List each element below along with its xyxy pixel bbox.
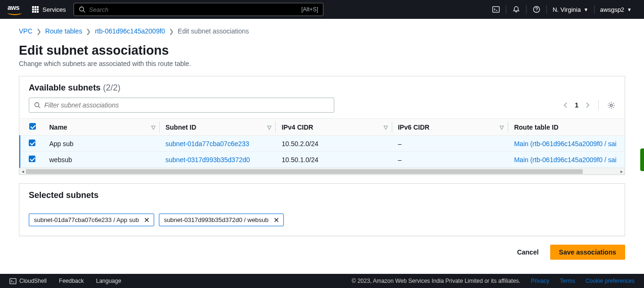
settings-gear-icon[interactable] <box>607 101 615 109</box>
help-icon[interactable] <box>528 2 545 17</box>
remove-chip-icon[interactable]: ✕ <box>273 216 280 223</box>
caret-down-icon: ▼ <box>584 7 588 12</box>
cell-name: websub <box>44 152 160 168</box>
search-shortcut: [Alt+S] <box>301 6 318 13</box>
col-subnet-id[interactable]: Subnet ID▽ <box>160 119 276 136</box>
scroll-right-arrow[interactable]: ▸ <box>618 168 625 175</box>
col-name[interactable]: Name▽ <box>44 119 160 136</box>
available-subnets-panel: Available subnets (2/2) 1 <box>19 76 625 175</box>
row-checkbox[interactable] <box>29 140 35 146</box>
svg-point-0 <box>80 7 84 11</box>
search-input[interactable] <box>89 6 301 13</box>
breadcrumb: VPC ❯ Route tables ❯ rtb-061d96c145a2009… <box>19 27 625 35</box>
chip-label: subnet-01da77cba07c6e233 / App sub <box>34 216 139 223</box>
selected-chip: subnet-01da77cba07c6e233 / App sub ✕ <box>29 214 154 226</box>
available-subnets-title: Available subnets (2/2) <box>29 83 120 93</box>
scrollbar-thumb[interactable] <box>26 169 583 174</box>
page-prev-button[interactable] <box>563 102 568 108</box>
col-ipv4[interactable]: IPv4 CIDR▽ <box>276 119 392 136</box>
privacy-link[interactable]: Privacy <box>531 278 549 284</box>
notifications-icon[interactable] <box>507 2 525 17</box>
col-route-table[interactable]: Route table ID <box>508 119 625 136</box>
sort-icon[interactable]: ▽ <box>500 124 504 130</box>
cell-route-table: Main (rtb-061d96c145a2009f0 / sai <box>508 152 625 168</box>
breadcrumb-current: Edit subnet associations <box>178 27 249 35</box>
cloudshell-header-icon[interactable] <box>487 2 505 17</box>
sort-icon[interactable]: ▽ <box>151 124 155 130</box>
horizontal-scrollbar[interactable]: ◂ ▸ <box>19 168 625 174</box>
language-link[interactable]: Language <box>96 278 121 284</box>
breadcrumb-route-tables[interactable]: Route tables <box>45 27 83 35</box>
cell-name: App sub <box>44 136 160 152</box>
remove-chip-icon[interactable]: ✕ <box>144 216 150 223</box>
filter-input-wrap[interactable] <box>29 98 334 113</box>
page-number: 1 <box>575 101 578 109</box>
copyright-text: © 2023, Amazon Web Services India Privat… <box>352 278 520 284</box>
cloudshell-link[interactable]: CloudShell <box>9 278 47 285</box>
breadcrumb-vpc[interactable]: VPC <box>19 27 33 35</box>
svg-point-4 <box>35 103 39 107</box>
table-row[interactable]: App sub subnet-01da77cba07c6e233 10.50.2… <box>20 136 625 152</box>
aws-logo[interactable]: aws <box>8 4 22 15</box>
select-all-checkbox[interactable] <box>29 123 36 130</box>
chevron-right-icon: ❯ <box>169 28 174 35</box>
cell-ipv6: – <box>392 136 508 152</box>
svg-rect-2 <box>493 7 499 12</box>
selected-subnets-title: Selected subnets <box>29 190 99 200</box>
breadcrumb-rt-id[interactable]: rtb-061d96c145a2009f0 <box>95 27 165 35</box>
global-header: aws Services [Alt+S] N. Virginia▼ awsgsp… <box>0 0 644 19</box>
page-title: Edit subnet associations <box>19 43 625 58</box>
svg-point-6 <box>610 104 612 107</box>
cell-route-table: Main (rtb-061d96c145a2009f0 / sai <box>508 136 625 152</box>
chevron-right-icon: ❯ <box>36 28 41 35</box>
cell-ipv4: 10.50.1.0/24 <box>276 152 392 168</box>
scroll-left-arrow[interactable]: ◂ <box>19 168 26 175</box>
available-subnets-count: (2/2) <box>103 83 120 92</box>
services-menu[interactable]: Services <box>32 6 66 13</box>
save-associations-button[interactable]: Save associations <box>550 245 625 260</box>
feedback-side-tab[interactable] <box>640 148 644 171</box>
sort-icon[interactable]: ▽ <box>267 124 271 130</box>
caret-down-icon: ▼ <box>627 7 632 12</box>
chevron-right-icon: ❯ <box>86 28 91 35</box>
chip-label: subnet-0317d993b35d372d0 / websub <box>164 216 269 223</box>
svg-rect-7 <box>10 278 16 283</box>
search-icon <box>79 6 85 13</box>
terms-link[interactable]: Terms <box>560 278 575 284</box>
page-description: Change which subnets are associated with… <box>19 60 625 67</box>
services-grid-icon <box>32 6 39 13</box>
selected-chip: subnet-0317d993b35d372d0 / websub ✕ <box>159 214 284 226</box>
search-icon <box>34 102 41 108</box>
select-all-header[interactable] <box>20 119 44 136</box>
cancel-button[interactable]: Cancel <box>514 245 542 260</box>
services-label: Services <box>42 6 66 13</box>
subnets-table: Name▽ Subnet ID▽ IPv4 CIDR▽ IPv6 CIDR▽ R… <box>19 118 625 168</box>
selected-subnets-panel: Selected subnets subnet-01da77cba07c6e23… <box>19 183 625 236</box>
region-selector[interactable]: N. Virginia▼ <box>548 6 593 13</box>
cookie-link[interactable]: Cookie preferences <box>586 278 635 284</box>
cloudshell-icon <box>9 278 17 285</box>
search-bar[interactable]: [Alt+S] <box>74 3 323 16</box>
sort-icon[interactable]: ▽ <box>384 124 388 130</box>
svg-line-5 <box>39 107 41 108</box>
page-next-button[interactable] <box>585 102 590 108</box>
feedback-link[interactable]: Feedback <box>59 278 84 284</box>
table-row[interactable]: websub subnet-0317d993b35d372d0 10.50.1.… <box>20 152 625 168</box>
cell-subnet-id: subnet-0317d993b35d372d0 <box>160 152 276 168</box>
svg-line-1 <box>83 11 85 13</box>
cell-ipv6: – <box>392 152 508 168</box>
col-ipv6[interactable]: IPv6 CIDR▽ <box>392 119 508 136</box>
filter-input[interactable] <box>44 101 329 109</box>
cell-subnet-id: subnet-01da77cba07c6e233 <box>160 136 276 152</box>
global-footer: CloudShell Feedback Language © 2023, Ama… <box>0 274 644 288</box>
pagination: 1 <box>563 100 615 110</box>
row-checkbox[interactable] <box>29 156 35 162</box>
cell-ipv4: 10.50.2.0/24 <box>276 136 392 152</box>
account-menu[interactable]: awsgsp2▼ <box>595 6 636 13</box>
form-actions: Cancel Save associations <box>19 245 625 260</box>
